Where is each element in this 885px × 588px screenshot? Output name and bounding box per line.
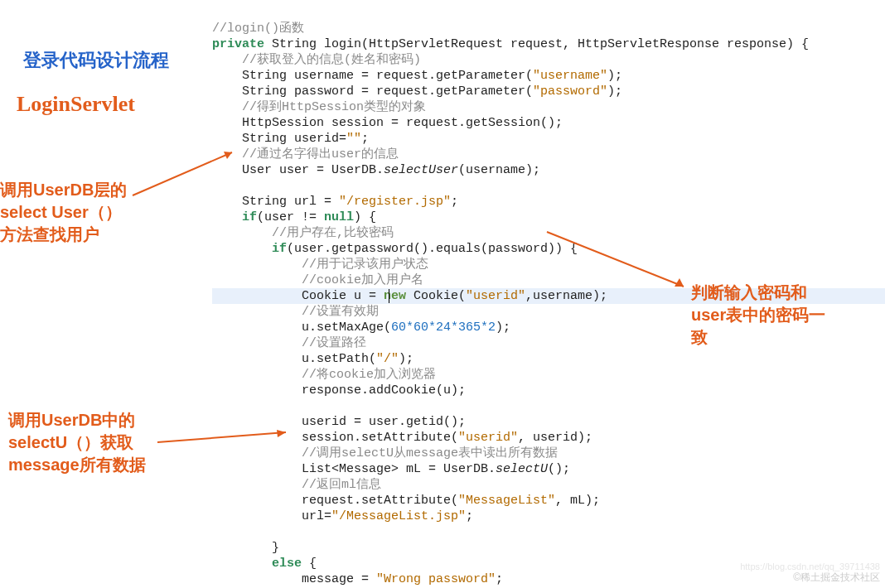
code-text: (user != (257, 210, 324, 224)
note-line: message所有数据 (8, 454, 146, 476)
code-text: List<Message> mL = UserDB. (302, 462, 496, 476)
code-text: u.setPath( (302, 352, 376, 366)
code-text: , userid); (518, 431, 592, 445)
code-text: ); (399, 352, 413, 366)
code-text: } (272, 541, 279, 555)
svg-marker-3 (277, 430, 286, 437)
svg-line-2 (157, 432, 286, 442)
code-text: User user = UserDB. (242, 163, 384, 177)
code-text: ; (496, 572, 503, 586)
code-number: 60*60*24*365*2 (391, 321, 496, 335)
code-text: String userid= (242, 132, 346, 146)
code-string: "Wrong password" (376, 572, 496, 586)
code-text: Cookie( (406, 289, 466, 303)
code-comment: //得到HttpSession类型的对象 (242, 100, 426, 114)
code-keyword: else (272, 557, 302, 571)
code-text: { (302, 557, 317, 571)
note-line: selectU（）获取 (8, 431, 146, 454)
code-text: (user.getpassword().equals(password)) { (287, 242, 578, 256)
code-text: ); (607, 69, 622, 83)
note-line: 方法查找用户 (0, 224, 127, 246)
code-comment: //返回ml信息 (302, 478, 381, 492)
code-string: "/register.jsp" (339, 195, 451, 209)
code-comment: //login()函数 (212, 22, 304, 36)
arrow-from-equals (547, 232, 696, 298)
code-string: "MessageList" (458, 494, 555, 508)
code-string: "" (346, 132, 361, 146)
code-text: String login(HttpServletRequest request,… (264, 37, 809, 51)
code-text: request.setAttribute( (302, 494, 458, 508)
code-comment: //设置路径 (302, 336, 366, 350)
code-comment: //cookie加入用户名 (302, 273, 423, 287)
note-line: select User（） (0, 201, 127, 224)
note-selectu-message: 调用UserDB中的 selectU（）获取 message所有数据 (8, 409, 146, 476)
svg-marker-5 (675, 278, 684, 287)
code-comment: //调用selectU从message表中读出所有数据 (302, 446, 558, 460)
watermark-text: ©稀土掘金技术社区 (793, 571, 880, 585)
code-text: String username = request.getParameter( (242, 69, 533, 83)
code-string: "password" (533, 84, 607, 99)
diagram-title: 登录代码设计流程 (23, 48, 169, 73)
text-cursor (389, 289, 389, 303)
code-text: String url = (242, 195, 339, 209)
code-text: u.setMaxAge( (302, 321, 391, 335)
code-text: Cookie u = (302, 289, 384, 303)
code-editor[interactable]: //login()函数 private String login(HttpSer… (212, 5, 809, 587)
arrow-to-selectuser (133, 146, 249, 204)
code-comment: //获取登入的信息(姓名和密码) (242, 53, 421, 67)
code-string: "username" (533, 69, 607, 83)
svg-line-0 (133, 152, 232, 195)
code-text: session.setAttribute( (302, 431, 458, 445)
code-text: (username); (458, 163, 540, 177)
code-comment: //将cookie加入浏览器 (302, 368, 436, 382)
code-text: userid = user.getid(); (302, 415, 466, 429)
code-string: "userid" (466, 289, 525, 303)
code-comment: //用户存在,比较密码 (272, 226, 394, 240)
code-keyword: new (384, 289, 406, 303)
code-string: "userid" (458, 431, 518, 445)
code-keyword: null (324, 210, 354, 224)
code-string: "/MessageList.jsp" (331, 509, 466, 523)
note-select-user: 调用UserDB层的 select User（） 方法查找用户 (0, 179, 127, 246)
code-text: String password = request.getParameter( (242, 84, 533, 99)
code-string: "/" (376, 352, 399, 366)
code-comment: //设置有效期 (302, 305, 379, 319)
note-line: 调用UserDB层的 (0, 179, 127, 201)
code-text: ) { (354, 210, 376, 224)
code-comment: //通过名字得出user的信息 (242, 147, 399, 161)
code-text: ); (607, 84, 622, 99)
note-line: 调用UserDB中的 (8, 409, 146, 431)
code-text: ); (496, 321, 510, 335)
code-text: (); (548, 462, 570, 476)
code-keyword: if (272, 242, 287, 256)
code-method: selectUser (384, 163, 458, 177)
code-keyword: private (212, 37, 264, 51)
code-text: message = (302, 572, 376, 586)
code-text: HttpSession session = request.getSession… (242, 116, 563, 130)
svg-line-4 (547, 232, 684, 287)
servlet-title: LoginServlet (17, 89, 135, 118)
code-text: ; (361, 132, 369, 146)
code-text: , mL); (555, 494, 600, 508)
arrow-to-selectu (157, 427, 298, 452)
code-text: url= (302, 509, 331, 523)
code-method: selectU (496, 462, 548, 476)
code-keyword: if (242, 210, 257, 224)
code-text: ; (451, 195, 458, 209)
code-text: ; (466, 509, 473, 523)
code-comment: //用于记录该用户状态 (302, 258, 428, 272)
code-text: response.addCookie(u); (302, 383, 466, 398)
